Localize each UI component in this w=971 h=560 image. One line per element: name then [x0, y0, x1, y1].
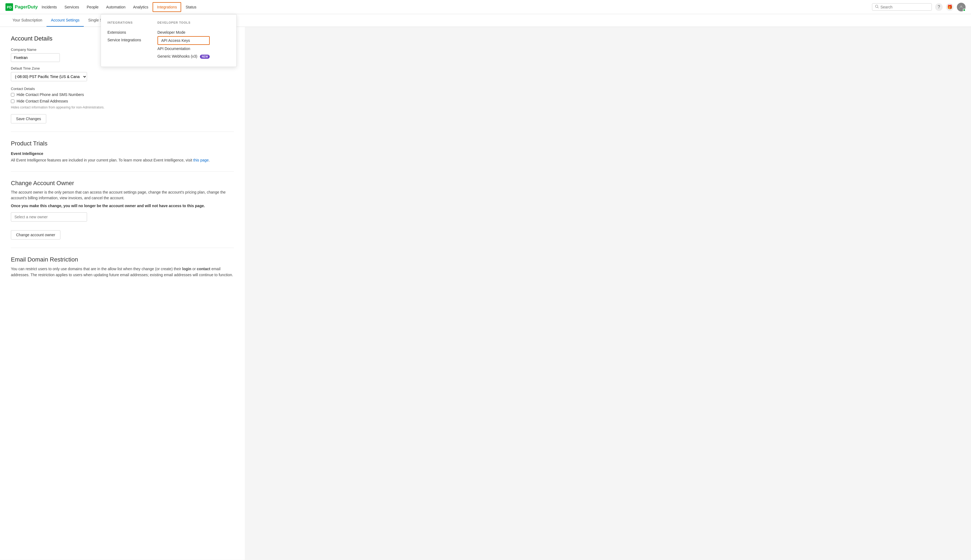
help-icon[interactable]: ? — [935, 3, 943, 11]
event-intelligence-title: Event Intelligence — [11, 152, 234, 156]
new-owner-input[interactable] — [11, 212, 87, 222]
email-domain-section: Email Domain Restriction You can restric… — [11, 256, 234, 278]
pagerduty-logo[interactable]: PD PagerDuty — [5, 3, 38, 11]
contact-details-label: Contact Details — [11, 87, 234, 91]
dropdown-api-documentation[interactable]: API Documentation — [157, 45, 210, 52]
dropdown-integrations-title: INTEGRATIONS — [107, 21, 141, 24]
change-account-owner-section: Change Account Owner The account owner i… — [11, 180, 234, 240]
login-bold: login — [182, 267, 191, 271]
avatar-status-dot — [963, 9, 966, 12]
contact-details: Contact Details Hide Contact Phone and S… — [11, 87, 234, 109]
dropdown-developer-title: DEVELOPER TOOLS — [157, 21, 210, 24]
save-changes-button[interactable]: Save Changes — [11, 114, 46, 123]
change-owner-description: The account owner is the only person tha… — [11, 190, 234, 201]
hide-email-row: Hide Contact Email Addresses — [11, 99, 234, 103]
nav-services[interactable]: Services — [61, 0, 83, 14]
event-intelligence-link[interactable]: this page — [194, 158, 209, 162]
nav-analytics[interactable]: Analytics — [129, 0, 152, 14]
divider-3 — [11, 248, 234, 248]
hide-email-checkbox[interactable] — [11, 100, 14, 103]
dropdown-extensions[interactable]: Extensions — [107, 28, 141, 36]
svg-point-2 — [876, 5, 878, 8]
email-domain-description: You can restrict users to only use domai… — [11, 266, 234, 278]
brand-name: PagerDuty — [15, 4, 38, 10]
topnav-right: ? 🎁 — [872, 3, 966, 12]
timezone-label: Default Time Zone — [11, 66, 234, 70]
search-input[interactable] — [881, 5, 929, 9]
search-box[interactable] — [872, 3, 932, 11]
dropdown-service-integrations[interactable]: Service Integrations — [107, 36, 141, 44]
change-owner-warning: Once you make this change, you will no l… — [11, 203, 234, 208]
nav-status[interactable]: Status — [182, 0, 200, 14]
divider-1 — [11, 132, 234, 132]
svg-text:PD: PD — [7, 5, 12, 9]
gift-icon[interactable]: 🎁 — [946, 3, 954, 11]
email-domain-title: Email Domain Restriction — [11, 256, 234, 263]
hide-phone-label: Hide Contact Phone and SMS Numbers — [17, 92, 84, 97]
new-owner-field — [11, 212, 234, 222]
product-trials-title: Product Trials — [11, 140, 234, 147]
svg-line-3 — [878, 7, 879, 8]
change-owner-title: Change Account Owner — [11, 180, 234, 187]
divider-2 — [11, 171, 234, 172]
timezone-select[interactable]: (-08:00) PST Pacific Time (US & Canada) — [11, 72, 87, 81]
contact-helper-text: Hides contact information from appearing… — [11, 105, 234, 109]
dropdown-integrations-section: INTEGRATIONS Extensions Service Integrat… — [107, 21, 141, 60]
contact-bold: contact — [197, 267, 210, 271]
user-avatar[interactable] — [957, 3, 966, 12]
dropdown-developer-section: DEVELOPER TOOLS Developer Mode API Acces… — [157, 21, 210, 60]
search-icon — [875, 5, 879, 9]
product-trials-section: Product Trials Event Intelligence All Ev… — [11, 140, 234, 163]
hide-phone-row: Hide Contact Phone and SMS Numbers — [11, 92, 234, 97]
nav-integrations[interactable]: Integrations — [153, 2, 181, 12]
nav-incidents[interactable]: Incidents — [38, 0, 61, 14]
new-badge: NEW — [200, 55, 209, 59]
nav-automation[interactable]: Automation — [102, 0, 129, 14]
change-owner-button[interactable]: Change account owner — [11, 230, 60, 240]
tab-your-subscription[interactable]: Your Subscription — [8, 14, 47, 27]
company-name-input[interactable] — [11, 53, 60, 62]
tab-account-settings[interactable]: Account Settings — [47, 14, 84, 27]
hide-email-label: Hide Contact Email Addresses — [17, 99, 68, 103]
hide-phone-checkbox[interactable] — [11, 93, 14, 97]
timezone-field: Default Time Zone (-08:00) PST Pacific T… — [11, 66, 234, 81]
nav-links: Incidents Services People Automation Ana… — [38, 0, 872, 14]
integrations-dropdown: INTEGRATIONS Extensions Service Integrat… — [101, 14, 237, 67]
dropdown-developer-mode[interactable]: Developer Mode — [157, 28, 210, 36]
dropdown-api-access-keys[interactable]: API Access Keys — [157, 36, 210, 45]
nav-people[interactable]: People — [83, 0, 103, 14]
top-navigation: PD PagerDuty Incidents Services People A… — [0, 0, 971, 14]
event-intelligence-text: All Event Intelligence features are incl… — [11, 157, 234, 163]
main-content: Account Details Company Name Default Tim… — [0, 27, 245, 560]
dropdown-generic-webhooks[interactable]: Generic Webhooks (v3) NEW — [157, 52, 210, 60]
